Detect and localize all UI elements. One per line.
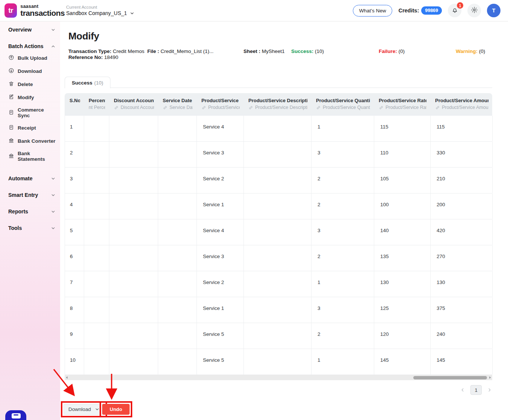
sidebar-section-header-reports[interactable]: Reports — [8, 208, 56, 215]
sidebar-item-modify[interactable]: Modify — [8, 91, 56, 104]
table-cell — [84, 219, 109, 245]
brand-logo[interactable]: tr saasant transactions — [0, 3, 65, 18]
column-header-product-service-rate: Product/Service RateProduct/Service Rate — [374, 93, 430, 116]
sidebar-section-header-batch-actions[interactable]: Batch Actions — [8, 43, 56, 49]
table-cell: Service 5 — [197, 323, 244, 349]
table-cell: 375 — [431, 297, 493, 323]
table-cell: 8 — [65, 297, 84, 323]
table-cell: Service 1 — [197, 297, 244, 323]
notifications-button[interactable]: 1 — [448, 4, 461, 17]
sidebar-section-header-automate[interactable]: Automate — [8, 175, 56, 181]
table-cell: 105 — [374, 168, 431, 193]
sidebar-item-receipt[interactable]: Receipt — [8, 121, 56, 134]
sidebar-section-header-tools[interactable]: Tools — [8, 225, 56, 231]
column-mapping: Product/Service — [201, 105, 240, 110]
chevron-down-icon — [51, 176, 56, 181]
table-cell — [158, 116, 197, 141]
sidebar-section-label: Overview — [8, 27, 32, 33]
table-cell — [158, 219, 197, 245]
transaction-type-value: Credit Memos — [113, 48, 144, 54]
table-cell — [84, 245, 109, 271]
whats-new-button[interactable]: What's New — [353, 5, 393, 17]
table-cell: 1 — [311, 349, 374, 375]
chevron-down-icon — [51, 209, 56, 214]
table-cell — [158, 271, 197, 297]
table-cell — [109, 142, 158, 167]
table-cell: Service 5 — [197, 349, 244, 375]
column-header-product-service-description: Product/Service DescriptionProduct/Servi… — [243, 93, 311, 116]
table-cell — [84, 271, 109, 297]
trash-icon — [8, 81, 14, 88]
download-button[interactable]: Download — [63, 404, 104, 415]
chevron-down-icon — [130, 11, 135, 16]
settings-button[interactable] — [467, 4, 481, 17]
credits-value-badge: 99869 — [421, 6, 442, 15]
pagination: 1 — [65, 385, 492, 395]
table-cell: 7 — [65, 271, 84, 297]
sidebar-section-tools: Tools — [0, 220, 60, 236]
table-row: 1Service 41115115 — [65, 116, 492, 142]
account-name: Sandbox Company_US_1 — [66, 10, 127, 16]
sidebar-section-automate: Automate — [0, 170, 60, 187]
sidebar-item-bulk-upload[interactable]: Bulk Upload — [8, 51, 56, 65]
column-mapping: Product/Service Description — [248, 105, 307, 110]
sidebar-item-commerce-sync[interactable]: Commerce Sync — [8, 104, 56, 121]
sidebar-item-bank-statements[interactable]: Bank Statements — [8, 148, 56, 165]
table-cell: 240 — [431, 323, 493, 349]
column-header-product-service-quantity: Product/Service QuantityProduct/Service … — [311, 93, 374, 116]
failure-count: Failure: (0) — [379, 48, 405, 54]
column-header-s-no: S.No — [65, 93, 84, 116]
tab-success[interactable]: Success (10) — [65, 77, 110, 88]
table-row: 3Service 22105210 — [65, 168, 492, 193]
table-cell — [109, 297, 158, 323]
failure-label: Failure: — [379, 48, 397, 54]
column-header-product-service-amount: Product/Service AmountProduct/Service Am… — [430, 93, 492, 116]
credits-label: Credits: — [398, 8, 419, 14]
horizontal-scrollbar[interactable] — [65, 375, 492, 380]
table-cell: Service 3 — [197, 142, 244, 167]
column-mapping-label: Product/Service Rate — [386, 105, 426, 110]
sidebar-section-header-smart-entry[interactable]: Smart Entry — [8, 192, 56, 198]
sidebar-item-delete[interactable]: Delete — [8, 78, 56, 91]
sidebar-section-header-overview[interactable]: Overview — [8, 27, 56, 33]
main-content: Modify Transaction Type: Credit Memos Fi… — [60, 21, 508, 420]
table-cell — [244, 245, 311, 271]
table-cell: Service 4 — [197, 219, 244, 245]
table-row: 2Service 33110330 — [65, 142, 492, 168]
table-cell: 330 — [431, 142, 493, 167]
user-avatar[interactable]: T — [487, 4, 500, 17]
undo-annotation-box: Undo — [100, 401, 132, 417]
table-cell — [109, 219, 158, 245]
chevron-down-icon — [95, 407, 100, 412]
column-title: Service Date — [163, 98, 193, 103]
scrollbar-thumb[interactable] — [413, 376, 487, 379]
table-cell: 2 — [311, 168, 374, 193]
scroll-left-arrow-icon[interactable] — [65, 375, 69, 380]
account-switcher[interactable]: Current Account Sandbox Company_US_1 — [66, 5, 135, 16]
chat-widget-button[interactable] — [5, 410, 26, 420]
table-cell: 130 — [374, 271, 431, 297]
chevron-down-icon — [51, 193, 56, 198]
table-cell: 3 — [311, 219, 374, 245]
sidebar-item-label: Modify — [18, 95, 34, 100]
page-number-button[interactable]: 1 — [470, 385, 482, 395]
modify-icon — [8, 94, 14, 101]
scroll-right-arrow-icon[interactable] — [488, 375, 492, 380]
table-cell — [244, 116, 311, 141]
table-cell: 2 — [65, 142, 84, 167]
page-previous-icon[interactable] — [460, 387, 465, 393]
link-icon — [163, 105, 168, 110]
sidebar-item-bank-converter[interactable]: Bank Converter — [8, 134, 56, 148]
table-cell — [84, 297, 109, 323]
page-next-icon[interactable] — [487, 387, 492, 393]
sidebar-item-label: Commerce Sync — [18, 107, 56, 118]
column-mapping-label: Product/Service Description — [255, 105, 307, 110]
table-cell — [158, 323, 197, 349]
table-cell — [84, 349, 109, 375]
link-icon — [316, 105, 321, 110]
table-cell — [109, 168, 158, 193]
sidebar-item-download[interactable]: Download — [8, 65, 56, 78]
column-title: Product/Service Rate — [379, 98, 426, 103]
undo-button[interactable]: Undo — [102, 404, 130, 415]
tab-bar: Success (10) — [65, 76, 492, 88]
